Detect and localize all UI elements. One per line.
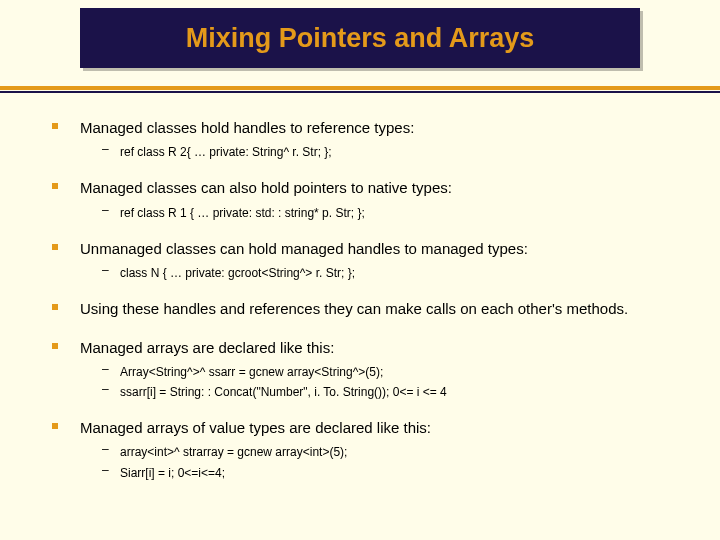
- bullet-icon: [52, 304, 58, 310]
- slide-title: Mixing Pointers and Arrays: [0, 8, 720, 68]
- sub-item: – Siarr[i] = i; 0<=i<=4;: [80, 463, 680, 481]
- bullet-icon: [52, 123, 58, 129]
- dash-icon: –: [102, 362, 109, 376]
- list-item: Unmanaged classes can hold managed handl…: [52, 239, 680, 281]
- list-item: Managed classes hold handles to referenc…: [52, 118, 680, 160]
- list-item: Managed arrays of value types are declar…: [52, 418, 680, 481]
- dash-icon: –: [102, 203, 109, 217]
- dash-icon: –: [102, 463, 109, 477]
- bullet-text: Unmanaged classes can hold managed handl…: [80, 239, 680, 259]
- dash-icon: –: [102, 142, 109, 156]
- bullet-icon: [52, 343, 58, 349]
- dash-icon: –: [102, 382, 109, 396]
- bullet-icon: [52, 183, 58, 189]
- sub-item: – class N { … private: gcroot<String^> r…: [80, 263, 680, 281]
- bullet-text: Managed classes hold handles to referenc…: [80, 118, 680, 138]
- bullet-text: Using these handles and references they …: [80, 299, 680, 319]
- bullet-text: Managed arrays are declared like this:: [80, 338, 680, 358]
- slide: Mixing Pointers and Arrays Managed class…: [0, 0, 720, 540]
- sub-text: ref class R 2{ … private: String^ r. Str…: [120, 145, 332, 159]
- sub-text: Siarr[i] = i; 0<=i<=4;: [120, 466, 225, 480]
- sub-text: array<int>^ strarray = gcnew array<int>(…: [120, 445, 347, 459]
- list-item: Using these handles and references they …: [52, 299, 680, 319]
- bullet-text: Managed classes can also hold pointers t…: [80, 178, 680, 198]
- sub-item: – ssarr[i] = String: : Concat("Number", …: [80, 382, 680, 400]
- sub-item: – ref class R 1 { … private: std: : stri…: [80, 203, 680, 221]
- divider-top: [0, 86, 720, 90]
- bullet-text: Managed arrays of value types are declar…: [80, 418, 680, 438]
- sub-item: – ref class R 2{ … private: String^ r. S…: [80, 142, 680, 160]
- dash-icon: –: [102, 263, 109, 277]
- list-item: Managed arrays are declared like this: –…: [52, 338, 680, 401]
- sub-item: – Array<String^>^ ssarr = gcnew array<St…: [80, 362, 680, 380]
- dash-icon: –: [102, 442, 109, 456]
- bullet-icon: [52, 244, 58, 250]
- sub-item: – array<int>^ strarray = gcnew array<int…: [80, 442, 680, 460]
- sub-text: ssarr[i] = String: : Concat("Number", i.…: [120, 385, 447, 399]
- divider-bottom: [0, 91, 720, 93]
- sub-text: ref class R 1 { … private: std: : string…: [120, 206, 365, 220]
- content-area: Managed classes hold handles to referenc…: [52, 118, 680, 499]
- sub-text: Array<String^>^ ssarr = gcnew array<Stri…: [120, 365, 383, 379]
- bullet-icon: [52, 423, 58, 429]
- list-item: Managed classes can also hold pointers t…: [52, 178, 680, 220]
- sub-text: class N { … private: gcroot<String^> r. …: [120, 266, 355, 280]
